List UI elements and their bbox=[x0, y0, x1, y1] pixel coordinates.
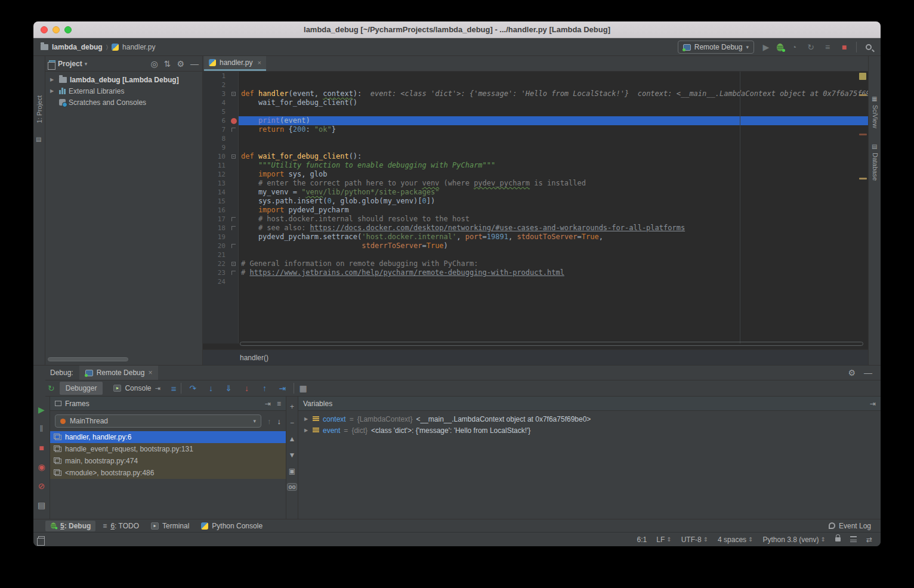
code-area[interactable]: 123456789101112131415161718192021222324 … bbox=[203, 72, 868, 343]
layout-menu-icon[interactable]: ≡ bbox=[171, 383, 177, 394]
scope-breadcrumb[interactable]: handler() bbox=[240, 354, 268, 362]
fold-end-icon[interactable] bbox=[231, 217, 236, 221]
coverage-button[interactable]: ◔ bbox=[788, 41, 800, 53]
fold-open-icon[interactable] bbox=[231, 262, 236, 266]
incognito-icon[interactable] bbox=[850, 537, 857, 542]
step-over-icon[interactable]: ↷ bbox=[186, 383, 199, 393]
debug-session-tab[interactable]: Remote Debug × bbox=[79, 366, 159, 380]
rerun-button[interactable]: ↻ bbox=[48, 383, 55, 393]
breakpoint-icon[interactable] bbox=[231, 118, 237, 124]
fold-open-icon[interactable] bbox=[231, 92, 236, 96]
error-stripe-mark[interactable] bbox=[859, 134, 867, 135]
debug-view-tab-debugger[interactable]: Debugger bbox=[60, 382, 103, 395]
project-panel-title[interactable]: Project bbox=[58, 60, 82, 68]
previous-frame-button[interactable]: ↑ bbox=[267, 417, 271, 426]
restore-layout-button[interactable]: ▤ bbox=[38, 500, 45, 510]
fold-end-icon[interactable] bbox=[231, 226, 236, 230]
project-horizontal-scrollbar[interactable] bbox=[48, 357, 128, 361]
fold-end-icon[interactable] bbox=[231, 244, 236, 248]
toolwindow-button--todo[interactable]: ≡6: TODO bbox=[98, 521, 144, 531]
status-widget-4-spaces[interactable]: 4 spaces⇕ bbox=[718, 536, 753, 544]
stack-frame-item[interactable]: handler, handler.py:6 bbox=[50, 431, 286, 443]
toolwindow-button--debug[interactable]: 5: Debug bbox=[45, 521, 95, 531]
maximize-window-button[interactable] bbox=[64, 26, 72, 33]
toolwindow-button-terminal[interactable]: ▸Terminal bbox=[146, 521, 194, 531]
stack-frame-item[interactable]: <module>, bootstrap.py:486 bbox=[50, 467, 286, 479]
stack-frame-item[interactable]: handle_event_request, bootstrap.py:131 bbox=[50, 443, 286, 455]
restart-button[interactable]: ↻ bbox=[805, 41, 817, 53]
stack-frame-item[interactable]: main, bootstrap.py:474 bbox=[50, 455, 286, 467]
breadcrumb-project[interactable]: lambda_debug bbox=[52, 43, 103, 51]
collapse-all-icon[interactable]: ⇅ bbox=[164, 59, 171, 69]
tree-item-lambda-debug-lambda-debug[interactable]: ▶lambda_debug [Lambda Debug] bbox=[45, 74, 202, 85]
expander-icon[interactable]: ▶ bbox=[50, 77, 56, 82]
force-step-into-icon[interactable]: ⇓ bbox=[222, 383, 235, 393]
tree-item-scratches-and-consoles[interactable]: Scratches and Consoles bbox=[45, 97, 202, 108]
settings-icon[interactable]: ⚙ bbox=[848, 368, 856, 377]
settings-icon[interactable]: ⚙ bbox=[177, 59, 184, 69]
restore-icon[interactable]: ⇥ bbox=[265, 400, 271, 408]
duplicate-button[interactable]: ▣ bbox=[289, 467, 295, 475]
stop-button[interactable]: ■ bbox=[838, 41, 850, 53]
toolwindow-button-project[interactable]: 1: Project bbox=[36, 95, 43, 123]
stop-button[interactable]: ■ bbox=[39, 443, 44, 453]
expander-icon[interactable]: ▶ bbox=[50, 88, 56, 94]
resume-button[interactable]: ▶ bbox=[38, 405, 45, 414]
expander-icon[interactable]: ▶ bbox=[304, 416, 309, 422]
close-window-button[interactable] bbox=[41, 26, 48, 33]
debug-button[interactable] bbox=[777, 44, 783, 51]
step-into-icon[interactable]: ↓ bbox=[204, 383, 217, 393]
close-tab-icon[interactable]: × bbox=[257, 59, 261, 66]
search-everywhere-button[interactable] bbox=[863, 41, 875, 53]
pin-icon[interactable]: ⇥ bbox=[155, 385, 160, 392]
evaluate-table-icon[interactable]: ▦ bbox=[299, 383, 307, 393]
menu-icon[interactable]: ≡ bbox=[277, 400, 281, 408]
show-watches-button[interactable]: oo bbox=[287, 483, 297, 491]
hide-icon[interactable]: — bbox=[190, 59, 199, 69]
minimize-window-button[interactable] bbox=[53, 26, 60, 33]
toolwindow-button-python-console[interactable]: Python Console bbox=[196, 521, 267, 531]
fold-end-icon[interactable] bbox=[231, 128, 236, 132]
status-widget-lf[interactable]: LF⇕ bbox=[656, 536, 671, 544]
variable-row-event[interactable]: ▶event={dict}<class 'dict'>: {'message':… bbox=[298, 425, 881, 436]
toolwindow-toggle-icon[interactable] bbox=[38, 536, 45, 543]
view-breakpoints-button[interactable]: ◉ bbox=[38, 462, 45, 472]
pause-button[interactable]: ‖ bbox=[40, 424, 44, 434]
editor-horizontal-scrollbar[interactable] bbox=[240, 342, 863, 346]
error-stripe-square[interactable] bbox=[859, 73, 866, 80]
move-up-button[interactable]: ▲ bbox=[289, 435, 296, 443]
debug-view-tab-console[interactable]: ▸Console⇥ bbox=[107, 382, 166, 395]
toolwindow-button-sciview[interactable]: SciView bbox=[872, 105, 879, 128]
sync-icon[interactable]: ⇄ bbox=[866, 536, 872, 544]
move-down-button[interactable]: ▼ bbox=[289, 451, 296, 459]
run-configuration-select[interactable]: Remote Debug ▾ bbox=[678, 41, 754, 54]
fold-end-icon[interactable] bbox=[231, 271, 236, 275]
event-log-button[interactable]: Event Log bbox=[839, 522, 871, 530]
mute-breakpoints-button[interactable]: ⊘ bbox=[38, 481, 45, 491]
run-button[interactable]: ▶ bbox=[760, 41, 772, 53]
close-icon[interactable]: × bbox=[148, 369, 152, 377]
add-watch-button[interactable]: + bbox=[290, 403, 294, 411]
expander-icon[interactable]: ▶ bbox=[304, 428, 309, 433]
fold-open-icon[interactable] bbox=[231, 154, 236, 159]
tab-handler-py[interactable]: handler.py × bbox=[204, 56, 266, 71]
variable-row-context[interactable]: ▶context={LambdaContext}<__main__.Lambda… bbox=[298, 413, 881, 425]
locate-icon[interactable]: ◎ bbox=[150, 59, 158, 69]
run-to-cursor-icon[interactable]: ⇥ bbox=[276, 383, 289, 393]
status-widget-6-1[interactable]: 6:1 bbox=[637, 536, 647, 544]
lock-icon[interactable] bbox=[835, 537, 841, 541]
error-stripe-mark[interactable] bbox=[859, 94, 867, 96]
status-widget-python-3-8-venv-[interactable]: Python 3.8 (venv)⇕ bbox=[762, 536, 825, 544]
step-into-my-code-icon[interactable]: ↓ bbox=[240, 383, 253, 393]
thread-select[interactable]: MainThread ▾ bbox=[55, 414, 261, 428]
restore-icon[interactable]: ⇥ bbox=[870, 400, 876, 408]
error-stripe-mark[interactable] bbox=[859, 178, 867, 180]
profiler-button[interactable]: ≡ bbox=[822, 41, 833, 53]
next-frame-button[interactable]: ↓ bbox=[277, 417, 282, 426]
remove-watch-button[interactable]: − bbox=[290, 419, 294, 427]
status-widget-utf-8[interactable]: UTF-8⇕ bbox=[681, 536, 708, 544]
toolwindow-button-database[interactable]: Database bbox=[872, 153, 879, 181]
hide-icon[interactable]: — bbox=[864, 368, 872, 377]
breadcrumb-file[interactable]: handler.py bbox=[122, 43, 155, 51]
step-out-icon[interactable]: ↑ bbox=[258, 383, 271, 393]
